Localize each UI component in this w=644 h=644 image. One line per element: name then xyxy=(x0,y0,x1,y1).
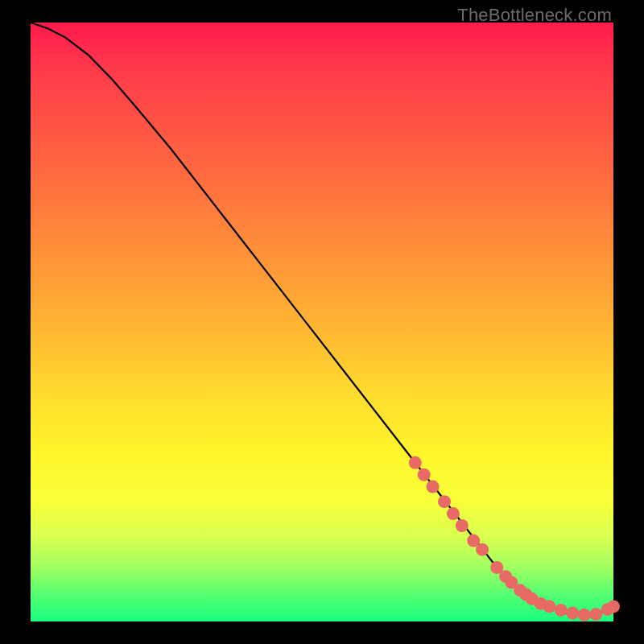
plot-area xyxy=(31,23,613,621)
marker-point xyxy=(555,604,568,617)
marker-point xyxy=(456,519,469,532)
marker-point xyxy=(418,469,431,481)
curve-layer xyxy=(31,23,613,621)
marker-point xyxy=(543,600,555,613)
chart-frame: TheBottleneck.com xyxy=(0,0,644,644)
marker-point xyxy=(589,608,602,621)
marker-point xyxy=(427,481,440,493)
marker-point xyxy=(447,507,460,520)
marker-point xyxy=(409,456,422,469)
marker-point xyxy=(578,609,591,621)
marker-point xyxy=(476,543,489,556)
marker-point xyxy=(566,607,579,620)
marker-point xyxy=(607,600,620,613)
marker-point xyxy=(438,495,451,508)
marker-group xyxy=(409,456,620,621)
bottleneck-curve xyxy=(31,23,613,615)
